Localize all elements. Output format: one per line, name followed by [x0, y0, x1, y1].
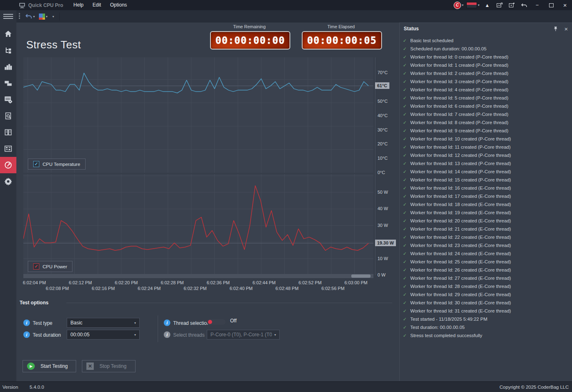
test-options-divider: [66, 303, 392, 303]
stop-testing-button[interactable]: ✕ Stop Testing: [82, 360, 136, 372]
test-options-header: Test options: [20, 300, 48, 306]
thread-selection-toggle[interactable]: [207, 319, 226, 325]
check-icon: ✓: [403, 267, 410, 273]
sidebar-item-process-inspector[interactable]: [0, 108, 16, 124]
scrollbar-thumb[interactable]: [351, 274, 371, 278]
status-log-item: ✓Worker for thread Id: 20 created (E-Cor…: [400, 217, 572, 225]
sidebar-item-windows[interactable]: [0, 75, 16, 91]
undo-icon: [25, 14, 32, 19]
check-icon: ✓: [403, 104, 410, 109]
toolbar-grip[interactable]: [19, 13, 20, 20]
refresh-button[interactable]: [506, 0, 518, 10]
time-axis-row1: 6:02:04 PM6:02:12 PM6:02:20 PM6:02:28 PM…: [23, 280, 392, 286]
time-axis-label: 6:02:16 PM: [87, 286, 120, 291]
gear-icon: [4, 177, 12, 186]
test-duration-value: 00:00:05: [70, 332, 90, 338]
close-panel-icon[interactable]: ×: [564, 25, 568, 32]
menu-options[interactable]: Options: [106, 0, 131, 10]
toolbar-separator: [59, 12, 60, 20]
check-icon: ✓: [403, 46, 410, 52]
color-scheme-button[interactable]: ▾: [37, 11, 50, 21]
sidebar-item-dashboard[interactable]: [0, 140, 16, 157]
titlebar: Quick CPU Pro Help Edit Options C ▾ ▾ ▲: [0, 0, 572, 10]
test-duration-select[interactable]: 00:00:05 ▾: [67, 330, 140, 340]
gauge-icon: [4, 161, 12, 169]
status-log-item: ✓Worker for thread Id: 26 created (E-Cor…: [400, 266, 572, 274]
hamburger-menu-button[interactable]: [0, 10, 16, 23]
check-icon: ✓: [403, 235, 410, 240]
check-icon: ✓: [403, 227, 410, 232]
export-screenshot-button[interactable]: [493, 0, 506, 10]
sidebar-item-system-settings[interactable]: [0, 91, 16, 108]
chart-horizontal-scrollbar[interactable]: [23, 274, 373, 278]
temperature-checkbox[interactable]: ✓: [33, 161, 39, 167]
undo-layout-button[interactable]: [518, 0, 530, 10]
menu-help[interactable]: Help: [69, 0, 88, 10]
status-log-list: ✓Basic test scheduled✓Scheduled run dura…: [400, 36, 572, 340]
export-image-icon: [497, 2, 503, 8]
check-icon: ✓: [403, 54, 410, 60]
start-testing-button[interactable]: ▶ Start Testing: [23, 360, 76, 372]
status-log-item: ✓Worker for thread Id: 17 created (E-Cor…: [400, 192, 572, 200]
cpu-temperature-legend[interactable]: ✓ CPU Temperature: [28, 159, 86, 170]
maximize-button[interactable]: [544, 0, 558, 10]
time-axis-label: 6:02:52 PM: [294, 280, 326, 285]
table-gear-icon: [4, 95, 12, 104]
temperature-legend-label: CPU Temperature: [43, 162, 80, 167]
check-icon: ✓: [403, 120, 410, 125]
status-log-item: ✓Worker for thread Id: 8 created (P-Core…: [400, 118, 572, 127]
cpu-power-chart: [23, 174, 373, 275]
minimize-button[interactable]: −: [530, 0, 544, 10]
check-icon: ✓: [403, 210, 410, 215]
sidebar-item-performance[interactable]: [0, 59, 16, 75]
sidebar-item-cpu-tree[interactable]: [0, 42, 16, 59]
stop-x-icon: ✕: [86, 363, 94, 370]
status-log-item: ✓Worker for thread Id: 19 created (E-Cor…: [400, 208, 572, 217]
status-log-item: ✓Worker for thread Id: 16 created (E-Cor…: [400, 184, 572, 192]
cpu-power-legend[interactable]: ✓ CPU Power: [28, 261, 72, 272]
palette-icon: [39, 14, 45, 20]
info-icon: i: [164, 331, 170, 338]
sidebar-item-stress-test[interactable]: [0, 157, 16, 173]
toolbar-overflow-button[interactable]: ▾: [50, 11, 56, 21]
time-elapsed-label: Time Elapsed: [302, 24, 380, 29]
check-icon: ✓: [403, 95, 410, 101]
time-axis-label: 6:02:40 PM: [225, 286, 258, 291]
toolbar: ▾ ▾ ▾: [16, 10, 572, 23]
coderbag-logo-button[interactable]: C ▾: [452, 0, 465, 10]
time-axis-label: 6:03:00 PM: [339, 280, 372, 285]
check-icon: ✓: [403, 38, 410, 43]
check-icon: ✓: [403, 177, 410, 183]
check-icon: ✓: [403, 251, 410, 256]
time-elapsed-display: 00:00:00:05: [302, 31, 382, 50]
time-remaining-label: Time Remaining: [210, 24, 289, 29]
time-axis-label: 6:02:12 PM: [64, 280, 97, 285]
time-axis-label: 6:02:48 PM: [271, 286, 303, 291]
document-search-icon: [4, 112, 12, 120]
undo-button[interactable]: ▾: [23, 11, 37, 21]
status-log-item: ✓Worker for thread Id: 13 created (P-Cor…: [400, 159, 572, 168]
time-remaining-display: 00:00:00:00: [210, 31, 290, 50]
status-log-item: ✓Worker for thread Id: 0 created (P-Core…: [400, 53, 572, 61]
chevron-down-icon: ▾: [134, 321, 136, 325]
version-label: Version: [2, 385, 18, 390]
status-log-item: ✓Worker for thread Id: 2 created (P-Core…: [400, 69, 572, 77]
current-value-chip: 19.30 W: [375, 240, 396, 246]
check-icon: ✓: [403, 87, 410, 93]
sidebar-item-settings[interactable]: [0, 173, 16, 190]
status-panel-header: Status ×: [400, 23, 572, 35]
sidebar-item-home[interactable]: [0, 26, 16, 42]
info-icon: i: [164, 319, 170, 326]
pin-icon[interactable]: [554, 26, 558, 32]
sidebar-item-compare[interactable]: [0, 124, 16, 140]
temperature-axis-labels: 70°C50°C40°C30°C20°C10°C0°C61°C: [378, 57, 402, 173]
time-axis-label: 6:02:56 PM: [317, 286, 349, 291]
select-threads-select[interactable]: P-Core-0 (T0), P-Core-1 (T0),... ▾: [207, 330, 280, 340]
theme-selector-button[interactable]: ▾: [465, 0, 481, 10]
status-log-item: ✓Worker for thread Id: 3 created (P-Core…: [400, 77, 572, 86]
test-type-select[interactable]: Basic ▾: [67, 318, 140, 328]
always-on-top-button[interactable]: ▲: [481, 0, 493, 10]
power-checkbox[interactable]: ✓: [33, 263, 39, 270]
menu-edit[interactable]: Edit: [88, 0, 106, 10]
close-button[interactable]: ×: [558, 0, 572, 10]
